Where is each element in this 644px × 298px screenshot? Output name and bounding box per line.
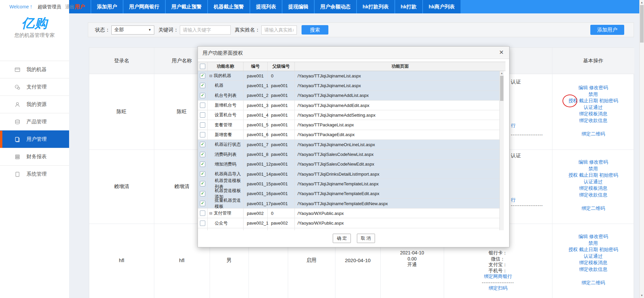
- nav-tab-1[interactable]: 添加用户: [91, 0, 123, 13]
- action-link-1[interactable]: 禁用: [552, 240, 634, 247]
- action-link-5[interactable]: 绑定收款信息: [552, 266, 634, 273]
- nav-tab-5[interactable]: 提现列表: [250, 0, 282, 13]
- action-link-5[interactable]: 绑定收款信息: [552, 117, 634, 124]
- ok-button[interactable]: 确 定: [333, 234, 351, 243]
- action-link-3[interactable]: 认证通过: [552, 179, 634, 185]
- close-icon[interactable]: ✕: [499, 49, 504, 56]
- row-checkbox[interactable]: [200, 132, 205, 137]
- sidebar-item-3[interactable]: 产品管理: [0, 113, 69, 130]
- payment-icon: [14, 84, 21, 91]
- permission-name: 公众号: [215, 220, 228, 226]
- add-user-button[interactable]: 添加用户: [590, 25, 624, 35]
- row-checkbox[interactable]: [200, 211, 205, 216]
- row-checkbox[interactable]: ✓: [200, 93, 205, 98]
- nav-tab-8[interactable]: hk打款列表: [357, 0, 395, 13]
- permission-page: /Yaoyao/TTJiqiJiqinameAddSetting.aspx: [295, 110, 500, 120]
- select-all-checkbox[interactable]: [200, 64, 205, 69]
- keyword-input[interactable]: [180, 25, 231, 35]
- permission-parent-code: pave001: [268, 101, 295, 110]
- row3-bind-bank-link[interactable]: 绑定网商银行: [444, 274, 552, 280]
- row-checkbox[interactable]: ✓: [200, 73, 205, 78]
- modal-scrollbar[interactable]: ▲: [499, 71, 504, 230]
- action-link-5[interactable]: 绑定收款信息: [552, 192, 634, 198]
- permission-parent-code: pave002: [268, 218, 295, 228]
- action-link-1[interactable]: 禁用: [552, 166, 634, 172]
- nav-tab-9[interactable]: hk打款: [395, 0, 423, 13]
- row-checkbox[interactable]: ✓: [200, 142, 205, 147]
- realname-input[interactable]: [261, 25, 297, 35]
- brand-tagline: 您的机器管理专家: [0, 32, 69, 39]
- action-link-0[interactable]: 编辑 修改密码: [552, 84, 634, 91]
- modal-scroll-thumb[interactable]: [500, 76, 503, 101]
- scroll-up-icon[interactable]: ▲: [500, 72, 504, 75]
- search-button[interactable]: 搜索: [302, 25, 328, 35]
- row1-bank-link-fragment[interactable]: 行: [511, 123, 516, 129]
- action-link-0[interactable]: 编辑 修改密码: [552, 159, 634, 166]
- collapse-icon[interactable]: ⊟: [209, 211, 212, 216]
- action-link-2[interactable]: 授权 截止日期 初始密码: [552, 172, 634, 179]
- row3-bind-scan-link[interactable]: 绑定扫码: [444, 285, 552, 291]
- permission-page: /Yaoyao/TTJiqiJiqinameAddList.aspx: [295, 91, 500, 100]
- row-checkbox[interactable]: [200, 221, 205, 226]
- row-checkbox[interactable]: ✓: [200, 181, 205, 186]
- sidebar-item-2[interactable]: 我的资源: [0, 96, 69, 113]
- keyword-label: 关键词：: [158, 27, 178, 33]
- permission-code: pave001_15: [244, 179, 268, 188]
- row3-bankcard-label: 银行卡：: [444, 250, 552, 256]
- status-select[interactable]: 全部 ▼: [111, 25, 154, 35]
- sidebar-item-1[interactable]: 支付管理: [0, 78, 69, 96]
- nav-tab-10[interactable]: hk商户列表: [423, 0, 461, 13]
- row-checkbox[interactable]: ✓: [200, 83, 205, 88]
- permission-code: pave001: [244, 71, 268, 80]
- page-scroll-thumb[interactable]: [640, 5, 644, 43]
- row-checkbox[interactable]: [200, 122, 205, 128]
- row-checkbox[interactable]: ✓: [200, 191, 205, 196]
- row-checkbox[interactable]: ✓: [200, 152, 205, 157]
- cancel-button[interactable]: 取 消: [357, 234, 375, 243]
- action-link-0[interactable]: 编辑 修改密码: [552, 233, 634, 240]
- col-code: 编号: [244, 62, 268, 71]
- row-checkbox[interactable]: [200, 112, 205, 118]
- sidebar-item-0[interactable]: 我的机器: [0, 61, 69, 78]
- permission-row-10: ✓机器商品导入pave001_14pave001/Yaoyao/TTJiqiDr…: [198, 169, 500, 179]
- nav-tab-7[interactable]: 用户余额动态: [315, 0, 357, 13]
- row-checkbox[interactable]: ✓: [200, 162, 205, 167]
- action-link-2[interactable]: 授权 截止日期 初始密码: [552, 246, 634, 253]
- row-checkbox[interactable]: ✓: [200, 201, 205, 206]
- nav-tab-3[interactable]: 用户截止预警: [166, 0, 208, 13]
- action-link-6[interactable]: 绑定二维码: [552, 205, 634, 212]
- action-link-2[interactable]: 授权 截止日期 初始密码: [552, 98, 634, 104]
- sidebar-item-4[interactable]: 用户管理: [0, 130, 69, 148]
- page-scrollbar[interactable]: ▲ ▼: [639, 0, 644, 298]
- action-link-1[interactable]: 禁用: [552, 91, 634, 98]
- action-link-3[interactable]: 认证通过: [552, 104, 634, 111]
- scroll-down-icon[interactable]: ▼: [640, 294, 644, 297]
- nav-tab-4[interactable]: 机器截止预警: [208, 0, 250, 13]
- action-link-4[interactable]: 绑定模板消息: [552, 185, 634, 192]
- sidebar-item-6[interactable]: 系统管理: [0, 165, 69, 183]
- action-link-3[interactable]: 认证通过: [552, 253, 634, 260]
- row-checkbox[interactable]: [200, 103, 205, 108]
- action-link-6[interactable]: 绑定二维码: [552, 280, 634, 286]
- action-link-4[interactable]: 绑定模板消息: [552, 259, 634, 266]
- row2-cert-fragment: 认证: [511, 153, 521, 159]
- action-link-6[interactable]: 绑定二维码: [552, 131, 634, 137]
- permission-name: 支付管理: [214, 210, 231, 216]
- permission-code: pave001_5: [244, 120, 268, 129]
- status-value: 全部: [114, 27, 124, 33]
- nav-tab-6[interactable]: 提现编辑: [282, 0, 315, 13]
- modal-table-header: 功能名称 编号 父级编号 功能页面: [198, 62, 505, 71]
- permission-parent-code: pave001: [268, 199, 295, 208]
- sidebar-item-label: 我的资源: [26, 101, 47, 108]
- permission-code: pave001_3: [244, 101, 268, 110]
- nav-tab-2[interactable]: 用户网商银行: [123, 0, 166, 13]
- permission-row-11: ✓机器货道模板列表pave001_15pave001/Yaoyao/TTJiqi…: [198, 179, 500, 189]
- permission-row-6: 新增套餐pave001_6pave001/Yaoyao/TTPackageEdi…: [198, 130, 500, 140]
- sidebar-item-5[interactable]: 财务报表: [0, 148, 69, 165]
- scroll-up-icon[interactable]: ▲: [640, 1, 644, 4]
- collapse-icon[interactable]: ⊟: [209, 74, 212, 78]
- row2-bank-link-fragment[interactable]: 行: [511, 197, 516, 203]
- action-link-4[interactable]: 绑定模板消息: [552, 111, 634, 117]
- row-checkbox[interactable]: ✓: [200, 171, 205, 177]
- logout-link[interactable]: 退出: [65, 4, 74, 9]
